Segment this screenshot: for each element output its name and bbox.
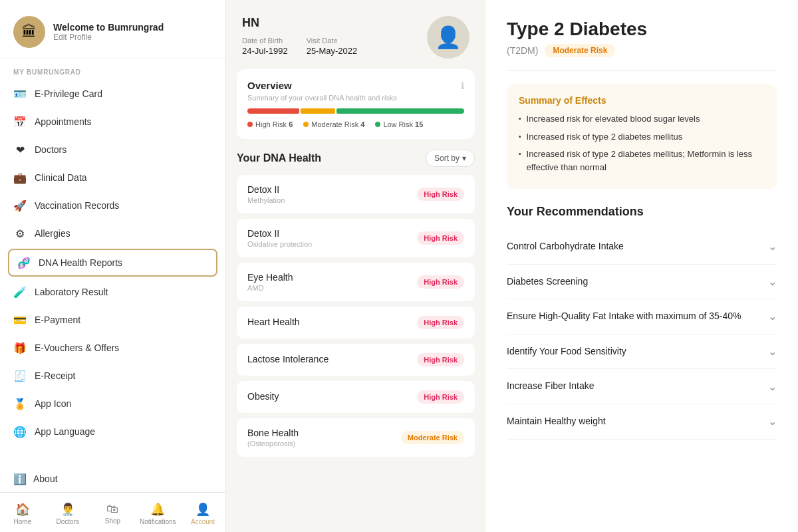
summary-box-title: Summary of Effects: [519, 95, 765, 106]
dna-item-sub: Methylation: [247, 196, 285, 204]
dob-label: Date of Birth: [242, 37, 288, 45]
about-icon: ℹ️: [13, 472, 27, 485]
edit-profile-link[interactable]: Edit Profile: [53, 33, 164, 42]
dna-item-info: Heart Health: [247, 317, 300, 329]
legend-low: Low Risk 15: [375, 120, 423, 128]
dna-list-item[interactable]: Obesity High Risk: [237, 381, 475, 413]
bottom-nav-home[interactable]: 🏠 Home: [0, 498, 45, 529]
bottom-nav-notifications[interactable]: 🔔 Notifications: [135, 498, 180, 529]
chevron-down-icon: ⌄: [768, 345, 777, 358]
sidebar-item-doctors[interactable]: ❤ Doctors: [0, 136, 225, 164]
sidebar-item-clinical-data[interactable]: 💼 Clinical Data: [0, 164, 225, 192]
welcome-text: Welcome to Bumrungrad: [53, 22, 164, 33]
high-risk-label: High Risk: [255, 120, 287, 128]
dna-list-item[interactable]: Eye Health AMD High Risk: [237, 263, 475, 301]
divider-1: [507, 70, 777, 71]
overview-bar: [247, 108, 464, 114]
sidebar-item-e-vouchers-offers[interactable]: 🎁 E-Vouchers & Offers: [0, 334, 225, 362]
dna-list-item[interactable]: Detox II Methylation High Risk: [237, 175, 475, 213]
account-nav-icon: 👤: [196, 502, 210, 517]
sidebar-item-e-receipt[interactable]: 🧾 E-Receipt: [0, 362, 225, 390]
visit-date-label: Visit Date: [307, 37, 358, 45]
sort-label: Sort by: [434, 154, 460, 163]
rec-item-label: Diabetes Screening: [507, 275, 768, 289]
app-icon-icon: 🏅: [13, 397, 27, 410]
sidebar-about-item[interactable]: ℹ️ About: [0, 466, 225, 492]
rec-item-label: Identify Your Food Sensitivity: [507, 345, 768, 358]
bottom-nav-shop[interactable]: 🛍 Shop: [90, 498, 136, 529]
legend-high: High Risk 6: [247, 120, 293, 128]
rec-item-diabetes-screening[interactable]: Diabetes Screening ⌄: [507, 265, 777, 300]
dna-item-name: Detox II: [247, 184, 285, 195]
home-nav-icon: 🏠: [15, 502, 30, 517]
summary-item-text: Increased risk of type 2 diabetes mellit…: [527, 148, 765, 174]
rec-item-food-sensitivity[interactable]: Identify Your Food Sensitivity ⌄: [507, 334, 777, 370]
app-language-icon: 🌐: [13, 425, 27, 438]
dna-item-info: Bone Health (Osteoporosis): [247, 428, 299, 448]
summary-item: • Increased risk for elevated blood suga…: [519, 112, 765, 126]
sidebar-item-label: E-Vouchers & Offers: [35, 342, 119, 353]
dna-list-item[interactable]: Detox II Oxidative protection High Risk: [237, 219, 475, 257]
summary-item: • Increased risk of type 2 diabetes mell…: [519, 130, 765, 144]
sidebar-item-app-icon[interactable]: 🏅 App Icon: [0, 390, 225, 418]
summary-box: Summary of Effects • Increased risk for …: [507, 84, 777, 189]
sort-chevron-icon: ▾: [462, 154, 466, 163]
patient-header: HN Date of Birth 24-Jul-1992 Visit Date …: [226, 0, 485, 69]
notifications-nav-icon: 🔔: [150, 502, 165, 517]
chevron-down-icon: ⌄: [768, 240, 777, 253]
rec-item-label: Ensure High-Quality Fat Intake with maxi…: [507, 310, 768, 323]
sidebar-item-laboratory-result[interactable]: 🧪 Laboratory Result: [0, 278, 225, 306]
sidebar-item-appointments[interactable]: 📅 Appointments: [0, 108, 225, 136]
overview-legend: High Risk 6 Moderate Risk 4 Low Risk 15: [247, 120, 464, 128]
sidebar-item-e-payment[interactable]: 💳 E-Payment: [0, 306, 225, 334]
dna-list-item[interactable]: Bone Health (Osteoporosis) Moderate Risk: [237, 418, 475, 457]
sidebar-item-label: Vaccination Records: [35, 200, 119, 211]
app-logo: 🏛: [13, 16, 45, 48]
high-risk-bar: [247, 108, 299, 114]
rec-item-weight[interactable]: Maintain Healthy weight ⌄: [507, 404, 777, 440]
high-risk-dot: [247, 122, 253, 127]
e-privilege-card-icon: 🪪: [13, 87, 27, 100]
condition-title: Type 2 Diabetes: [507, 19, 777, 40]
rec-item-fiber[interactable]: Increase Fiber Intake ⌄: [507, 369, 777, 404]
dna-list-item[interactable]: Lactose Intolerance High Risk: [237, 344, 475, 376]
center-panel: HN Date of Birth 24-Jul-1992 Visit Date …: [226, 0, 485, 532]
sidebar-item-label: Laboratory Result: [35, 287, 108, 297]
dna-list-item[interactable]: Heart Health High Risk: [237, 307, 475, 338]
patient-info: HN Date of Birth 24-Jul-1992 Visit Date …: [242, 16, 357, 56]
main-content: HN Date of Birth 24-Jul-1992 Visit Date …: [226, 0, 798, 532]
sidebar: 🏛 Welcome to Bumrungrad Edit Profile MY …: [0, 0, 226, 532]
risk-badge: High Risk: [417, 231, 464, 245]
doctors-icon: ❤: [13, 143, 27, 156]
visit-date-value: 25-May-2022: [307, 46, 358, 56]
bottom-nav-doctors[interactable]: 👨‍⚕️ Doctors: [45, 498, 90, 529]
dna-health-title: Your DNA Health: [237, 152, 321, 164]
bottom-nav-account[interactable]: 👤 Account: [180, 498, 225, 529]
risk-badge: Moderate Risk: [401, 431, 464, 444]
overview-subtitle: Summary of your overall DNA health and r…: [247, 94, 464, 102]
doctors-nav-label: Doctors: [56, 518, 78, 525]
sidebar-item-label: Clinical Data: [35, 172, 87, 183]
rec-item-label: Maintain Healthy weight: [507, 415, 768, 428]
moderate-risk-count: 4: [360, 120, 364, 128]
sidebar-item-vaccination-records[interactable]: 🚀 Vaccination Records: [0, 192, 225, 219]
patient-avatar: 👤: [427, 16, 469, 59]
condition-subtitle-row: (T2DM) Moderate Risk: [507, 44, 777, 57]
dna-health-header: Your DNA Health Sort by ▾: [237, 150, 475, 167]
risk-badge: High Risk: [417, 275, 464, 289]
shop-nav-icon: 🛍: [106, 502, 118, 516]
dna-item-name: Obesity: [247, 391, 279, 402]
rec-item-carb[interactable]: Control Carbohydrate Intake ⌄: [507, 229, 777, 265]
sidebar-item-e-privilege-card[interactable]: 🪪 E-Privilege Card: [0, 80, 225, 108]
summary-item-text: Increased risk of type 2 diabetes mellit…: [527, 130, 683, 144]
summary-item: • Increased risk of type 2 diabetes mell…: [519, 148, 765, 174]
sidebar-item-dna-health-reports[interactable]: 🧬 DNA Health Reports: [8, 249, 217, 277]
rec-item-fat-intake[interactable]: Ensure High-Quality Fat Intake with maxi…: [507, 299, 777, 334]
patient-hn: HN: [242, 16, 357, 30]
sort-button[interactable]: Sort by ▾: [426, 150, 475, 167]
sidebar-item-app-language[interactable]: 🌐 App Language: [0, 418, 225, 446]
sidebar-item-allergies[interactable]: ⚙ Allergies: [0, 219, 225, 247]
dna-item-name: Lactose Intolerance: [247, 354, 329, 364]
rec-item-label: Control Carbohydrate Intake: [507, 240, 768, 253]
moderate-risk-dot: [303, 122, 309, 127]
